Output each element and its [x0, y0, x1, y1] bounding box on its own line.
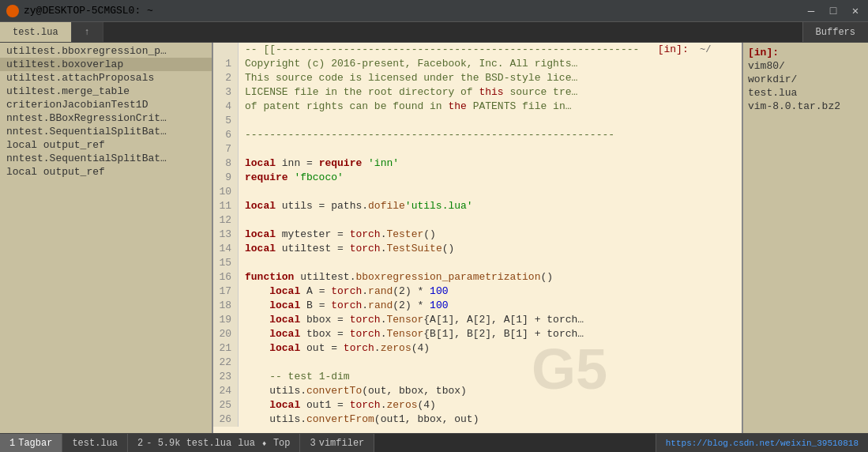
tab-test-lua[interactable]: test.lua	[0, 22, 72, 42]
list-item[interactable]: utiltest.attachProposals	[0, 71, 212, 85]
line-number: 19	[213, 313, 239, 327]
line-number: 2	[213, 71, 239, 85]
table-row: -- [[-----------------------------------…	[213, 43, 742, 57]
line-content: Copyright (c) 2016-present, Facebook, In…	[239, 57, 577, 71]
line-number: 12	[213, 213, 239, 228]
line-number: 17	[213, 284, 239, 299]
titlebar-title: zy@DESKTOP-5CMGSL0: ~	[24, 5, 153, 17]
line-number: 5	[213, 114, 239, 128]
right-panel-item-vim80[interactable]: vim80/	[746, 59, 865, 73]
list-item[interactable]: nntest.SequentialSplitBat…	[0, 152, 212, 165]
minimize-button[interactable]: —	[805, 5, 817, 17]
line-content	[239, 213, 245, 228]
line-content: local mytester = torch.Tester()	[239, 228, 436, 242]
table-row: 7	[213, 142, 742, 156]
titlebar: zy@DESKTOP-5CMGSL0: ~ — □ ✕	[0, 0, 868, 22]
line-number: 18	[213, 299, 239, 313]
line-content: local utiltest = torch.TestSuite()	[239, 242, 454, 256]
statusbar-seg1: 1 Tagbar	[0, 434, 62, 452]
table-row: 10	[213, 185, 742, 199]
list-item[interactable]: utiltest.bboxregression_p…	[0, 44, 212, 58]
table-row: 5	[213, 114, 742, 128]
line-number: 20	[213, 327, 239, 341]
statusbar-seg3-pos: Top	[273, 438, 291, 449]
table-row: 3 LICENSE file in the root directory of …	[213, 85, 742, 100]
statusbar-seg3: 2 - 5.9k test.lua lua ⬧ Top	[128, 434, 300, 452]
table-row: 20 local tbox = torch.Tensor{B[1], B[2],…	[213, 327, 742, 341]
statusbar-seg1-label: Tagbar	[18, 438, 52, 449]
statusbar: 1 Tagbar test.lua 2 - 5.9k test.lua lua …	[0, 433, 868, 452]
maximize-button[interactable]: □	[827, 5, 840, 17]
statusbar-seg2-label: test.lua	[72, 438, 118, 449]
list-item[interactable]: nntest.SequentialSplitBat…	[0, 125, 212, 138]
titlebar-left: zy@DESKTOP-5CMGSL0: ~	[6, 5, 153, 17]
line-number: 13	[213, 228, 239, 242]
list-item[interactable]: local output_ref	[0, 165, 212, 179]
table-row: 6 --------------------------------------…	[213, 128, 742, 142]
tab-up-icon: ↑	[85, 27, 90, 38]
titlebar-controls: — □ ✕	[805, 4, 862, 17]
table-row: 2 This source code is licensed under the…	[213, 71, 742, 85]
table-row: 16 function utiltest.bboxregression_para…	[213, 270, 742, 284]
table-row: 1 Copyright (c) 2016-present, Facebook, …	[213, 57, 742, 71]
buffers-button[interactable]: Buffers	[802, 22, 868, 42]
line-content: LICENSE file in the root directory of th…	[239, 85, 577, 100]
table-row: 26 utils.convertFrom(out1, bbox, out)	[213, 412, 742, 427]
line-content	[239, 114, 245, 128]
list-item[interactable]: utiltest.merge_table	[0, 85, 212, 98]
right-panel-item-vim8tar[interactable]: vim-8.0.tar.bz2	[746, 100, 865, 113]
list-item[interactable]: utiltest.boxoverlap	[0, 58, 212, 71]
line-content: local A = torch.rand(2) * 100	[239, 284, 449, 299]
editor[interactable]: G5 -- [[--------------------------------…	[213, 43, 742, 433]
table-row: 12	[213, 213, 742, 228]
tab-label: test.lua	[13, 27, 58, 38]
table-row: 24 utils.convertTo(out, bbox, tbox)	[213, 384, 742, 398]
line-content: -- [[-----------------------------------…	[239, 43, 712, 57]
right-panel-label: [in]:	[746, 46, 865, 59]
line-number: 26	[213, 412, 239, 427]
line-number: 4	[213, 100, 239, 114]
table-row: 8 local inn = require 'inn'	[213, 156, 742, 171]
tab-arrow[interactable]: ↑	[72, 22, 103, 42]
list-item[interactable]: nntest.BBoxRegressionCrit…	[0, 111, 212, 125]
table-row: 25 local out1 = torch.zeros(4)	[213, 398, 742, 412]
close-button[interactable]: ✕	[849, 4, 862, 17]
line-content: of patent rights can be found in the PAT…	[239, 100, 571, 114]
line-number: 6	[213, 128, 239, 142]
sidebar: utiltest.bboxregression_p… utiltest.boxo…	[0, 43, 213, 433]
line-number: 8	[213, 156, 239, 171]
statusbar-seg3-content: - 5.9k test.lua	[146, 438, 231, 449]
line-content: function utiltest.bboxregression_paramet…	[239, 270, 553, 284]
line-number: 16	[213, 270, 239, 284]
table-row: 21 local out = torch.zeros(4)	[213, 341, 742, 356]
tabbar: test.lua ↑ Buffers	[0, 22, 868, 43]
table-row: 14 local utiltest = torch.TestSuite()	[213, 242, 742, 256]
statusbar-url-text: https://blog.csdn.net/weixin_39510818	[666, 439, 859, 448]
line-content: local inn = require 'inn'	[239, 156, 399, 171]
list-item[interactable]: criterionJacobianTest1D	[0, 98, 212, 111]
line-content	[239, 256, 245, 270]
statusbar-url[interactable]: https://blog.csdn.net/weixin_39510818	[656, 434, 868, 452]
table-row: 22	[213, 356, 742, 370]
main: test.lua ↑ Buffers utiltest.bboxregressi…	[0, 22, 868, 452]
line-number	[213, 43, 239, 57]
line-content	[239, 185, 245, 199]
line-number: 23	[213, 370, 239, 384]
statusbar-seg3-filetype: lua	[238, 438, 255, 449]
list-item[interactable]: local output_ref	[0, 138, 212, 152]
table-row: 9 require 'fbcoco'	[213, 171, 742, 185]
right-panel-item-testlua[interactable]: test.lua	[746, 86, 865, 100]
line-number: 1	[213, 57, 239, 71]
right-panel-item-workdir[interactable]: workdir/	[746, 73, 865, 86]
line-content: local B = torch.rand(2) * 100	[239, 299, 449, 313]
line-content: ----------------------------------------…	[239, 128, 614, 142]
table-row: 15	[213, 256, 742, 270]
line-number: 10	[213, 185, 239, 199]
line-content: local out = torch.zeros(4)	[239, 341, 430, 356]
line-number: 3	[213, 85, 239, 100]
statusbar-seg4: 3 vimfiler	[300, 434, 374, 452]
statusbar-seg1-num: 1	[9, 438, 15, 449]
right-panel: [in]: vim80/ workdir/ test.lua vim-8.0.t…	[742, 43, 868, 433]
line-content: local tbox = torch.Tensor{B[1], B[2], B[…	[239, 327, 584, 341]
statusbar-seg3-num: 2	[137, 438, 143, 449]
